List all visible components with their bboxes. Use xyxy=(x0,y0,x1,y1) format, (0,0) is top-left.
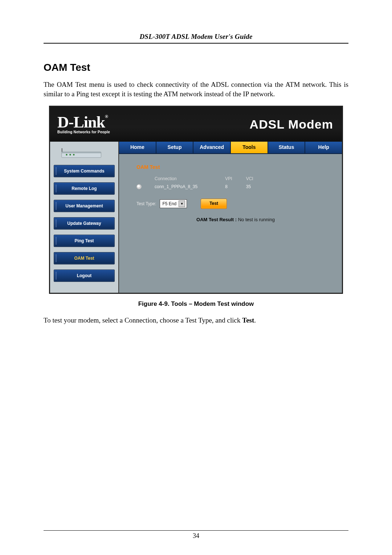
table-row: conn_1_PPPoA_8_35 8 35 xyxy=(136,182,267,191)
modem-ui-screenshot: D-Link® Building Networks for People ADS… xyxy=(49,106,343,294)
top-tabs: Home Setup Advanced Tools Status Help xyxy=(119,142,342,154)
oam-result-label: OAM Test Result : xyxy=(196,217,237,222)
sidebar-btn-system-commands[interactable]: System Commands xyxy=(54,165,115,177)
col-connection: Connection xyxy=(155,175,225,182)
outro-prefix: To test your modem, select a Connection,… xyxy=(44,316,242,324)
test-type-row: Test Type: F5 End ▼ Test xyxy=(136,199,335,209)
outro-paragraph: To test your modem, select a Connection,… xyxy=(44,316,348,325)
panel-content: OAM Test Connection VPI VCI conn_1_PPPoA… xyxy=(119,154,342,226)
tab-status[interactable]: Status xyxy=(268,142,306,154)
sidebar-btn-ping-test[interactable]: Ping Test xyxy=(54,235,115,247)
svg-point-2 xyxy=(66,154,67,155)
dlink-brand-reg: ® xyxy=(105,114,108,119)
modem-ui-body: System Commands Remote Log User Manageme… xyxy=(50,142,342,293)
oam-result-line: OAM Test Result : No test is running xyxy=(136,217,335,222)
sidebar-btn-update-gateway[interactable]: Update Gateway xyxy=(54,217,115,230)
outro-suffix: . xyxy=(254,316,256,324)
modem-ui-header: D-Link® Building Networks for People ADS… xyxy=(50,107,342,142)
connection-radio[interactable] xyxy=(136,184,142,189)
cell-vci: 35 xyxy=(246,182,267,191)
outro-bold: Test xyxy=(242,316,254,324)
svg-rect-5 xyxy=(62,148,62,152)
col-vci: VCI xyxy=(246,175,267,182)
tab-tools[interactable]: Tools xyxy=(231,142,268,154)
table-header-row: Connection VPI VCI xyxy=(136,175,267,182)
dlink-tagline: Building Networks for People xyxy=(57,130,110,134)
dlink-brand: D-Link® xyxy=(57,114,110,130)
tab-setup[interactable]: Setup xyxy=(156,142,194,154)
sidebar: System Commands Remote Log User Manageme… xyxy=(50,142,119,293)
sidebar-btn-user-management[interactable]: User Management xyxy=(54,200,115,212)
sidebar-btn-logout[interactable]: Logout xyxy=(54,270,115,282)
test-button[interactable]: Test xyxy=(201,199,227,209)
test-type-label: Test Type: xyxy=(136,201,156,206)
tab-advanced[interactable]: Advanced xyxy=(193,142,231,154)
modem-illustration xyxy=(54,145,115,161)
col-vpi: VPI xyxy=(225,175,246,182)
chevron-down-icon: ▼ xyxy=(179,200,185,207)
sidebar-btn-oam-test[interactable]: OAM Test xyxy=(54,252,115,264)
figure-caption: Figure 4-9. Tools – Modem Test window xyxy=(44,300,348,308)
panel-title: OAM Test xyxy=(136,164,335,170)
tab-home[interactable]: Home xyxy=(119,142,156,154)
product-title: ADSL Modem xyxy=(250,117,333,131)
main-panel: Home Setup Advanced Tools Status Help OA… xyxy=(119,142,342,293)
document-page: DSL-300T ADSL Modem User's Guide OAM Tes… xyxy=(0,0,392,555)
oam-result-value: No test is running xyxy=(238,217,275,222)
svg-point-3 xyxy=(69,154,71,155)
svg-rect-1 xyxy=(62,152,101,153)
doc-header: DSL-300T ADSL Modem User's Guide xyxy=(44,33,348,44)
section-title: OAM Test xyxy=(44,62,348,73)
sidebar-btn-remote-log[interactable]: Remote Log xyxy=(54,182,115,195)
svg-point-4 xyxy=(73,154,74,155)
page-number: 34 xyxy=(44,530,348,540)
cell-connection: conn_1_PPPoA_8_35 xyxy=(155,182,225,191)
dlink-brand-text: D-Link xyxy=(57,113,105,131)
test-type-value: F5 End xyxy=(162,201,176,206)
cell-vpi: 8 xyxy=(225,182,246,191)
tab-help[interactable]: Help xyxy=(305,142,342,154)
dlink-logo: D-Link® Building Networks for People xyxy=(57,114,110,134)
intro-paragraph: The OAM Test menu is used to check conne… xyxy=(44,80,348,98)
test-type-select[interactable]: F5 End ▼ xyxy=(160,199,187,208)
connections-table: Connection VPI VCI conn_1_PPPoA_8_35 8 3… xyxy=(136,175,267,191)
